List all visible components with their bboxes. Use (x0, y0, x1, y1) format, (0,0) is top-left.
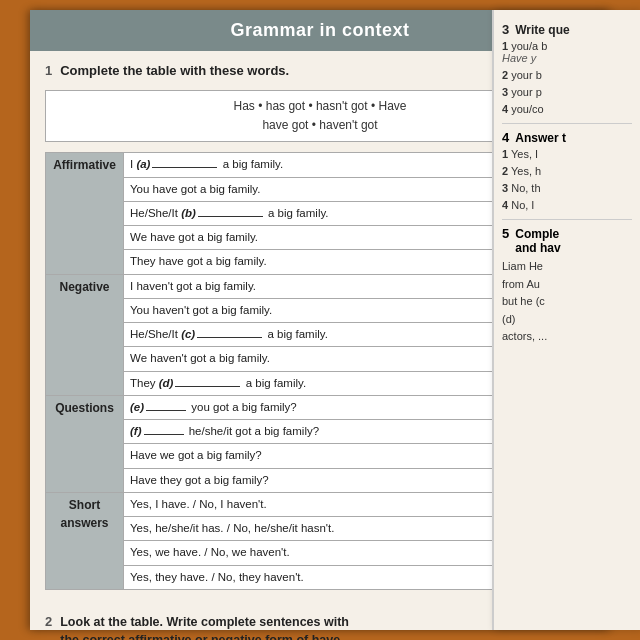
questions-label: Questions (46, 395, 124, 492)
right-section3-item1: 1 you/a b Have y (502, 40, 632, 64)
right-section3-item4: 4 you/co (502, 103, 632, 115)
short-answers-label: Shortanswers (46, 492, 124, 589)
negative-label: Negative (46, 274, 124, 395)
header-title: Grammar in context (230, 20, 409, 40)
right-section4-item4: 4 No, I (502, 199, 632, 211)
right-section4-item2: 2 Yes, h (502, 165, 632, 177)
right-section5-header: 5 Comple and hav (502, 226, 632, 255)
divider1 (502, 123, 632, 124)
divider2 (502, 219, 632, 220)
right-section3-num: 3 Write que (502, 22, 632, 37)
right-section5-liam: Liam He from Au but he (c (d) actors, ..… (502, 258, 632, 346)
right-section4-item1: 1 Yes, I (502, 148, 632, 160)
right-section3-item3: 3 your p (502, 86, 632, 98)
section1-title: Complete the table with these words. (60, 63, 289, 78)
section2-text1: Look at the table. Write complete senten… (60, 615, 349, 629)
section1-number: 1 (45, 63, 52, 78)
right-section4-header: 4 Answer t (502, 130, 632, 145)
section2-text2: the correct affirmative or negative form… (60, 633, 340, 640)
right-section3-item2: 2 your b (502, 69, 632, 81)
affirmative-label: Affirmative (46, 153, 124, 274)
right-section4-item3: 3 No, th (502, 182, 632, 194)
section2-number: 2 (45, 614, 52, 629)
right-panel: 3 Write que 1 you/a b Have y 2 your b 3 … (492, 10, 640, 630)
